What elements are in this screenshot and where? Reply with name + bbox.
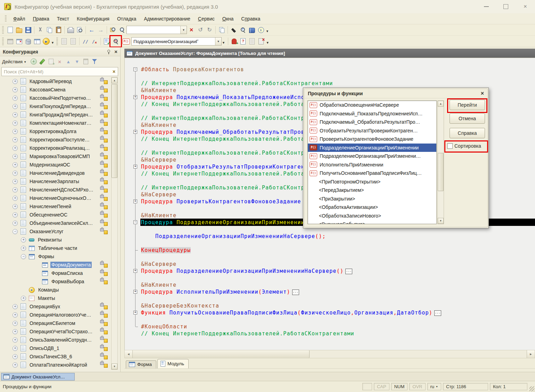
navigate-back-icon[interactable]: ← [87,25,96,34]
menu-Администрирование[interactable]: Администрирование [140,14,194,23]
form-editor-icon[interactable] [6,37,15,46]
dialog-close-icon[interactable]: × [481,91,484,96]
status-ovr[interactable]: OVR [409,383,425,390]
move-down-icon[interactable]: ▼ [73,57,81,66]
procedure-list-item[interactable]: <ОбработкаЗаписиНового> [308,212,436,220]
tree-item[interactable]: +ОписьЗаявленийСотрудн… [0,336,111,344]
tree-item[interactable]: +ФормаВыбора [0,277,111,286]
clone-icon[interactable] [47,57,55,66]
tree-item[interactable]: +Реквизиты [0,236,111,244]
fold-expand-icon[interactable]: + [133,199,137,203]
overflow-chevron-icon[interactable]: ▼ [266,30,269,33]
procedure-list-item[interactable]: P()Подключаемый_ОбработатьРезультатПро… [308,118,436,126]
search-combobox[interactable]: ▼ [126,26,187,34]
tree-item[interactable]: +КассовыйЧекПодотчетно… [0,94,111,102]
tree-item[interactable]: +ОперацияУчетаПоСтрахо… [0,327,111,336]
menu-Сервис[interactable]: Сервис [194,14,219,23]
new-document-icon[interactable] [6,25,15,34]
expander-icon[interactable]: − [21,254,26,259]
procedure-list-item[interactable]: P()ИсполнительПриИзменении [308,161,436,169]
save-module-icon[interactable] [60,37,69,46]
expander-icon[interactable]: + [13,304,18,309]
overflow-chevron-icon[interactable]: ▼ [222,41,225,44]
tree-item[interactable]: +ОбесценениеОС [0,211,111,219]
open-document-icon[interactable] [15,25,24,34]
cancel-button[interactable]: Отмена [450,113,485,124]
procedure-list-item[interactable]: P()Подключаемый_ПоказатьПредложениеИсп… [308,109,436,118]
expander-icon[interactable]: − [13,229,18,234]
procedure-list-item[interactable]: P()ПодразделениеОрганизацииПриИзменении [308,144,436,152]
expander-icon[interactable]: + [13,79,18,84]
code-line[interactable]: КонецПроцедуры [141,247,535,254]
tree-item[interactable]: +КомплектацияНоменклат… [0,119,111,127]
code-line[interactable] [141,254,535,261]
code-line[interactable]: Процедура ИсполнительПриИзменении(Элемен… [141,288,535,295]
expander-icon[interactable]: + [13,321,18,326]
panel-close-icon[interactable]: × [114,49,117,54]
editor-hscrollbar[interactable]: ◄ ► [124,350,535,358]
expander-icon[interactable]: + [21,296,26,301]
fold-expand-icon[interactable]: + [133,130,137,134]
procedure-list-item[interactable]: <ПриЗакрытии> [308,195,436,203]
properties-icon[interactable] [81,57,90,66]
status-lang[interactable]: ru▼ [427,383,442,390]
tree-item[interactable]: +КорректировкаДолга [0,127,111,136]
tree-item[interactable]: +НачислениеДивидендов [0,169,111,177]
tree-item[interactable]: +ОбъединениеЗаписейСкл… [0,219,111,227]
expander-icon[interactable]: + [13,212,18,218]
tree-item[interactable]: +МаркировкаТоваровИСМП [0,152,111,161]
menu-Справка[interactable]: Справка [237,14,264,23]
expander-icon[interactable]: + [13,362,18,368]
tab-form[interactable]: Форма [126,360,156,368]
expander-icon[interactable]: + [13,221,18,226]
window-tab-document[interactable]: Документ ОказаниеУсл… [1,373,75,381]
tab-module[interactable]: Модуль [157,359,189,368]
fold-expand-icon[interactable]: + [133,95,137,99]
help-search-icon[interactable]: ? [238,25,247,34]
find-next-icon[interactable]: ↻ [205,25,214,34]
debug-chevron-icon[interactable]: ▼ [51,41,54,44]
navigate-forward-icon[interactable]: → [96,25,105,34]
code-line[interactable]: // Конец ИнтернетПоддержкаПользователей.… [141,330,535,337]
expander-icon[interactable]: + [13,121,18,126]
expander-icon[interactable]: + [13,87,18,92]
tree-item[interactable]: −Формы [0,252,111,261]
tree-item[interactable]: +Табличные части [0,244,111,252]
paste-icon[interactable] [54,25,63,34]
prev-bookmark-icon[interactable] [248,37,257,46]
menu-Окна[interactable]: Окна [219,14,238,23]
procedure-combobox-field[interactable]: ПодразделениеОрганизацииГ▼ [131,37,222,46]
code-line[interactable]: #Область ПроверкаКонтрагентов [141,66,535,73]
collapsed-code-icon[interactable]: ... [345,269,352,274]
procedure-list-item[interactable]: <ОбработкаАктивизации> [308,203,436,212]
procedure-list-item[interactable]: P()ПодразделениеОрганизацииПриИзменени… [308,152,436,161]
print-icon[interactable] [66,25,75,34]
expander-icon[interactable]: + [13,146,18,151]
tree-item[interactable]: +ОплатаПлатежнойКартой [0,361,111,369]
start-debugging-icon[interactable]: ► [42,37,51,46]
tree-item[interactable]: +НачислениеЗарплаты [0,177,111,186]
sort-checkbox[interactable] [447,143,453,149]
code-line[interactable]: ПодразделениеОрганизацииПриИзмененииНаСе… [141,233,535,240]
find-icon[interactable] [108,25,117,34]
expander-icon[interactable]: + [13,354,18,359]
menu-Конфигурация[interactable]: Конфигурация [73,14,113,23]
help-button[interactable]: Справка [450,128,485,138]
procedure-list-item[interactable]: <ПриПовторномОткрытии> [308,178,436,186]
code-line[interactable] [141,275,535,281]
expander-icon[interactable]: + [13,162,18,168]
fold-expand-icon[interactable]: + [133,269,137,273]
method-support-icon[interactable] [229,25,238,34]
clear-search-icon[interactable]: × [187,25,196,34]
procedure-list-item[interactable]: <ПередЗакрытием> [308,186,436,195]
scroll-right-icon[interactable]: ► [527,350,535,358]
interface-icon[interactable] [33,37,42,46]
menu-Файл[interactable]: Файл [9,14,29,23]
delete-bookmarks-icon[interactable] [257,37,266,46]
expander-icon[interactable]: + [13,154,18,159]
fold-expand-icon[interactable]: + [133,165,137,169]
code-line[interactable] [141,73,535,80]
tree-item[interactable]: +КорректировкаРеализац… [0,144,111,152]
info-icon[interactable]: i [256,25,265,34]
tree-item[interactable]: +КадровыйПеревод [0,77,111,85]
